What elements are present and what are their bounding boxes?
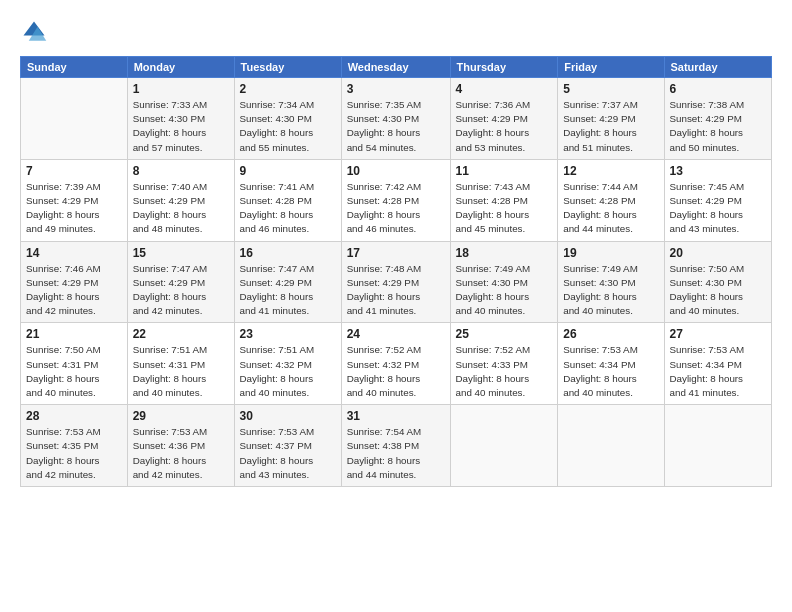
day-info: Sunrise: 7:51 AM Sunset: 4:31 PM Dayligh… (133, 343, 229, 400)
day-info: Sunrise: 7:53 AM Sunset: 4:35 PM Dayligh… (26, 425, 122, 482)
page: SundayMondayTuesdayWednesdayThursdayFrid… (0, 0, 792, 612)
day-info: Sunrise: 7:34 AM Sunset: 4:30 PM Dayligh… (240, 98, 336, 155)
day-number: 18 (456, 246, 553, 260)
day-number: 17 (347, 246, 445, 260)
day-number: 12 (563, 164, 658, 178)
day-number: 16 (240, 246, 336, 260)
day-info: Sunrise: 7:50 AM Sunset: 4:30 PM Dayligh… (670, 262, 767, 319)
day-info: Sunrise: 7:53 AM Sunset: 4:34 PM Dayligh… (563, 343, 658, 400)
calendar-week-row: 7Sunrise: 7:39 AM Sunset: 4:29 PM Daylig… (21, 159, 772, 241)
day-number: 5 (563, 82, 658, 96)
day-number: 27 (670, 327, 767, 341)
day-info: Sunrise: 7:50 AM Sunset: 4:31 PM Dayligh… (26, 343, 122, 400)
day-number: 2 (240, 82, 336, 96)
calendar-cell: 24Sunrise: 7:52 AM Sunset: 4:32 PM Dayli… (341, 323, 450, 405)
day-number: 8 (133, 164, 229, 178)
day-number: 7 (26, 164, 122, 178)
calendar-week-row: 14Sunrise: 7:46 AM Sunset: 4:29 PM Dayli… (21, 241, 772, 323)
day-number: 1 (133, 82, 229, 96)
calendar-cell (21, 78, 128, 160)
day-number: 9 (240, 164, 336, 178)
day-number: 29 (133, 409, 229, 423)
calendar-cell: 20Sunrise: 7:50 AM Sunset: 4:30 PM Dayli… (664, 241, 772, 323)
calendar-cell: 31Sunrise: 7:54 AM Sunset: 4:38 PM Dayli… (341, 405, 450, 487)
day-header-sunday: Sunday (21, 57, 128, 78)
day-header-wednesday: Wednesday (341, 57, 450, 78)
day-number: 4 (456, 82, 553, 96)
day-info: Sunrise: 7:47 AM Sunset: 4:29 PM Dayligh… (240, 262, 336, 319)
day-number: 3 (347, 82, 445, 96)
day-info: Sunrise: 7:45 AM Sunset: 4:29 PM Dayligh… (670, 180, 767, 237)
day-info: Sunrise: 7:49 AM Sunset: 4:30 PM Dayligh… (563, 262, 658, 319)
calendar-cell: 16Sunrise: 7:47 AM Sunset: 4:29 PM Dayli… (234, 241, 341, 323)
day-info: Sunrise: 7:38 AM Sunset: 4:29 PM Dayligh… (670, 98, 767, 155)
day-info: Sunrise: 7:52 AM Sunset: 4:32 PM Dayligh… (347, 343, 445, 400)
calendar-cell: 11Sunrise: 7:43 AM Sunset: 4:28 PM Dayli… (450, 159, 558, 241)
calendar-cell: 2Sunrise: 7:34 AM Sunset: 4:30 PM Daylig… (234, 78, 341, 160)
logo-icon (20, 18, 48, 46)
calendar-cell: 9Sunrise: 7:41 AM Sunset: 4:28 PM Daylig… (234, 159, 341, 241)
calendar-cell: 18Sunrise: 7:49 AM Sunset: 4:30 PM Dayli… (450, 241, 558, 323)
day-info: Sunrise: 7:39 AM Sunset: 4:29 PM Dayligh… (26, 180, 122, 237)
day-number: 25 (456, 327, 553, 341)
day-number: 26 (563, 327, 658, 341)
day-info: Sunrise: 7:52 AM Sunset: 4:33 PM Dayligh… (456, 343, 553, 400)
calendar-cell: 1Sunrise: 7:33 AM Sunset: 4:30 PM Daylig… (127, 78, 234, 160)
calendar-cell: 3Sunrise: 7:35 AM Sunset: 4:30 PM Daylig… (341, 78, 450, 160)
calendar-cell: 22Sunrise: 7:51 AM Sunset: 4:31 PM Dayli… (127, 323, 234, 405)
calendar-cell: 5Sunrise: 7:37 AM Sunset: 4:29 PM Daylig… (558, 78, 664, 160)
day-info: Sunrise: 7:43 AM Sunset: 4:28 PM Dayligh… (456, 180, 553, 237)
calendar-table: SundayMondayTuesdayWednesdayThursdayFrid… (20, 56, 772, 487)
day-info: Sunrise: 7:36 AM Sunset: 4:29 PM Dayligh… (456, 98, 553, 155)
day-number: 31 (347, 409, 445, 423)
logo (20, 18, 52, 46)
calendar-week-row: 1Sunrise: 7:33 AM Sunset: 4:30 PM Daylig… (21, 78, 772, 160)
calendar-cell: 19Sunrise: 7:49 AM Sunset: 4:30 PM Dayli… (558, 241, 664, 323)
day-info: Sunrise: 7:40 AM Sunset: 4:29 PM Dayligh… (133, 180, 229, 237)
day-number: 11 (456, 164, 553, 178)
day-info: Sunrise: 7:51 AM Sunset: 4:32 PM Dayligh… (240, 343, 336, 400)
calendar-cell (450, 405, 558, 487)
calendar-cell: 12Sunrise: 7:44 AM Sunset: 4:28 PM Dayli… (558, 159, 664, 241)
calendar-cell: 10Sunrise: 7:42 AM Sunset: 4:28 PM Dayli… (341, 159, 450, 241)
calendar-cell: 25Sunrise: 7:52 AM Sunset: 4:33 PM Dayli… (450, 323, 558, 405)
day-header-monday: Monday (127, 57, 234, 78)
calendar-cell (664, 405, 772, 487)
calendar-cell: 13Sunrise: 7:45 AM Sunset: 4:29 PM Dayli… (664, 159, 772, 241)
day-info: Sunrise: 7:37 AM Sunset: 4:29 PM Dayligh… (563, 98, 658, 155)
day-info: Sunrise: 7:53 AM Sunset: 4:34 PM Dayligh… (670, 343, 767, 400)
day-number: 22 (133, 327, 229, 341)
calendar-week-row: 28Sunrise: 7:53 AM Sunset: 4:35 PM Dayli… (21, 405, 772, 487)
calendar-header-row: SundayMondayTuesdayWednesdayThursdayFrid… (21, 57, 772, 78)
day-header-saturday: Saturday (664, 57, 772, 78)
day-info: Sunrise: 7:42 AM Sunset: 4:28 PM Dayligh… (347, 180, 445, 237)
calendar-cell: 28Sunrise: 7:53 AM Sunset: 4:35 PM Dayli… (21, 405, 128, 487)
day-header-thursday: Thursday (450, 57, 558, 78)
calendar-cell: 7Sunrise: 7:39 AM Sunset: 4:29 PM Daylig… (21, 159, 128, 241)
day-info: Sunrise: 7:44 AM Sunset: 4:28 PM Dayligh… (563, 180, 658, 237)
day-number: 24 (347, 327, 445, 341)
day-number: 23 (240, 327, 336, 341)
calendar-cell: 23Sunrise: 7:51 AM Sunset: 4:32 PM Dayli… (234, 323, 341, 405)
day-number: 14 (26, 246, 122, 260)
day-number: 15 (133, 246, 229, 260)
calendar-cell: 8Sunrise: 7:40 AM Sunset: 4:29 PM Daylig… (127, 159, 234, 241)
day-info: Sunrise: 7:54 AM Sunset: 4:38 PM Dayligh… (347, 425, 445, 482)
day-number: 13 (670, 164, 767, 178)
day-number: 19 (563, 246, 658, 260)
day-number: 28 (26, 409, 122, 423)
calendar-cell: 15Sunrise: 7:47 AM Sunset: 4:29 PM Dayli… (127, 241, 234, 323)
day-info: Sunrise: 7:41 AM Sunset: 4:28 PM Dayligh… (240, 180, 336, 237)
calendar-week-row: 21Sunrise: 7:50 AM Sunset: 4:31 PM Dayli… (21, 323, 772, 405)
calendar-cell: 29Sunrise: 7:53 AM Sunset: 4:36 PM Dayli… (127, 405, 234, 487)
day-header-tuesday: Tuesday (234, 57, 341, 78)
calendar-cell: 14Sunrise: 7:46 AM Sunset: 4:29 PM Dayli… (21, 241, 128, 323)
calendar-cell: 30Sunrise: 7:53 AM Sunset: 4:37 PM Dayli… (234, 405, 341, 487)
day-info: Sunrise: 7:35 AM Sunset: 4:30 PM Dayligh… (347, 98, 445, 155)
day-info: Sunrise: 7:49 AM Sunset: 4:30 PM Dayligh… (456, 262, 553, 319)
day-number: 10 (347, 164, 445, 178)
day-info: Sunrise: 7:46 AM Sunset: 4:29 PM Dayligh… (26, 262, 122, 319)
day-info: Sunrise: 7:53 AM Sunset: 4:36 PM Dayligh… (133, 425, 229, 482)
calendar-cell: 27Sunrise: 7:53 AM Sunset: 4:34 PM Dayli… (664, 323, 772, 405)
calendar-cell: 4Sunrise: 7:36 AM Sunset: 4:29 PM Daylig… (450, 78, 558, 160)
